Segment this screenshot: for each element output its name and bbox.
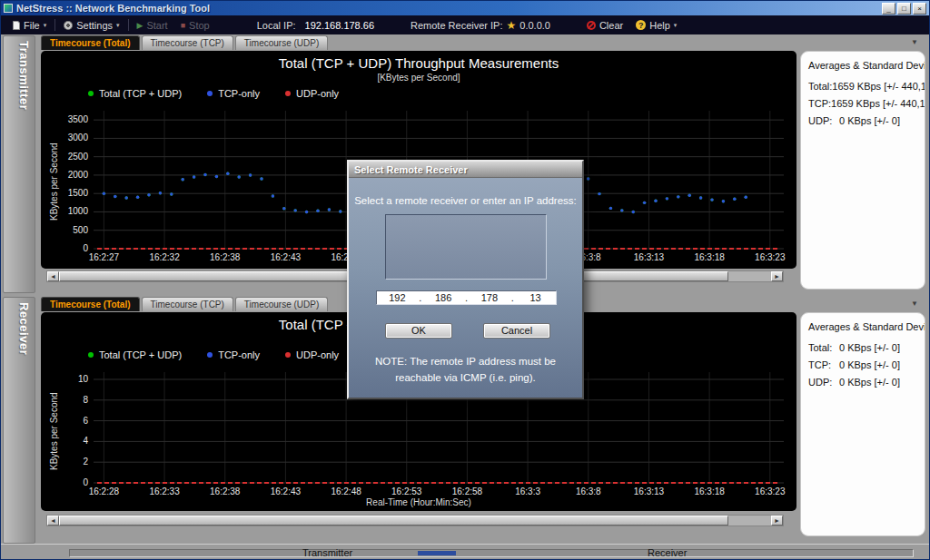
- scroll-thumb[interactable]: [59, 516, 728, 526]
- stat-tcp-label: TCP:: [808, 98, 831, 109]
- transmitter-tabrow: Timecourse (Total) Timecourse (TCP) Time…: [41, 35, 328, 50]
- legend-total-dot: [88, 91, 94, 96]
- chart-legend: Total (TCP + UDP) TCP-only UDP-only: [88, 88, 339, 99]
- statusbar-transmitter-label: Transmitter: [302, 547, 352, 558]
- stat-tcp-label: TCP:: [808, 359, 839, 370]
- legend-total-label: Total (TCP + UDP): [99, 349, 182, 360]
- toolbar: File ▾ Settings ▾ ▶ Start ■ Stop Local I…: [1, 15, 929, 34]
- chevron-down-icon: ▾: [44, 22, 47, 29]
- settings-menu[interactable]: Settings ▾: [57, 15, 125, 34]
- svg-text:0: 0: [83, 243, 88, 253]
- scroll-left-icon[interactable]: ◄: [47, 516, 59, 526]
- svg-text:8: 8: [83, 395, 88, 405]
- dialog-titlebar[interactable]: Select Remote Receiver: [349, 162, 582, 178]
- svg-text:10: 10: [78, 374, 89, 384]
- ip-octet-2[interactable]: 186: [423, 292, 464, 303]
- stat-tcp-value: 1659 KBps [+/- 440,11]: [831, 98, 925, 109]
- svg-text:4: 4: [83, 436, 88, 446]
- maximize-button[interactable]: □: [897, 3, 911, 15]
- help-icon: ?: [636, 20, 646, 30]
- play-icon: ▶: [137, 21, 143, 30]
- stat-tcp-value: 0 KBps [+/- 0]: [839, 359, 900, 370]
- stop-button[interactable]: ■ Stop: [174, 15, 216, 34]
- svg-text:16:2:43: 16:2:43: [271, 486, 302, 496]
- receiver-scrollbar[interactable]: ◄ ►: [46, 515, 784, 526]
- titlebar[interactable]: NetStress :: Network Benchmarking Tool _…: [1, 1, 929, 15]
- tab-timecourse-tcp[interactable]: Timecourse (TCP): [142, 297, 233, 311]
- ip-address-input[interactable]: 192 . 186 . 178 . 13: [376, 290, 557, 305]
- svg-text:16:3:8: 16:3:8: [576, 486, 601, 496]
- dialog-note: NOTE: The remote IP address must be reac…: [349, 353, 582, 386]
- tab-timecourse-udp[interactable]: Timecourse (UDP): [235, 35, 328, 50]
- receiver-tabrow: Timecourse (Total) Timecourse (TCP) Time…: [41, 297, 328, 311]
- legend-total-label: Total (TCP + UDP): [99, 88, 182, 99]
- svg-text:1000: 1000: [68, 206, 89, 216]
- collapse-chevron-icon[interactable]: ▼: [911, 300, 918, 307]
- clear-button[interactable]: Clear: [580, 15, 629, 34]
- scroll-right-icon[interactable]: ►: [771, 516, 783, 526]
- scroll-track[interactable]: [59, 516, 771, 526]
- start-button-label: Start: [146, 20, 167, 31]
- transmitter-stats-panel: Averages & Standard Deviation Total:1659…: [800, 51, 925, 290]
- legend-udp-label: UDP-only: [296, 349, 339, 360]
- start-button[interactable]: ▶ Start: [131, 15, 174, 34]
- star-icon: ★: [507, 19, 517, 32]
- select-remote-receiver-dialog: Select Remote Receiver Select a remote r…: [347, 160, 584, 399]
- svg-text:16:2:58: 16:2:58: [452, 486, 483, 496]
- scroll-left-icon[interactable]: ◄: [47, 271, 59, 281]
- scroll-right-icon[interactable]: ►: [771, 271, 783, 281]
- stat-udp-value: 0 KBps [+/- 0]: [839, 377, 900, 388]
- stop-icon: ■: [181, 21, 185, 30]
- local-ip-value: 192.168.178.66: [305, 20, 374, 31]
- legend-tcp-label: TCP-only: [218, 88, 260, 99]
- legend-udp-dot: [285, 352, 291, 358]
- svg-text:16:2:48: 16:2:48: [331, 486, 361, 496]
- close-button[interactable]: ×: [913, 3, 926, 15]
- ip-octet-1[interactable]: 192: [377, 292, 418, 303]
- receiver-side-label: Receiver: [17, 302, 31, 355]
- progress-track: [69, 549, 914, 557]
- tab-timecourse-total[interactable]: Timecourse (Total): [41, 297, 140, 311]
- toolbar-separator: [128, 19, 129, 31]
- tab-timecourse-total[interactable]: Timecourse (Total): [41, 35, 140, 50]
- ip-octet-3[interactable]: 178: [470, 292, 510, 303]
- remote-ip: Remote Receiver IP: ★ 0.0.0.0: [404, 15, 557, 34]
- minimize-button[interactable]: _: [882, 3, 895, 15]
- svg-text:16:3:13: 16:3:13: [634, 252, 665, 262]
- help-menu[interactable]: ? Help ▾: [629, 15, 683, 34]
- svg-text:6: 6: [83, 416, 88, 426]
- tab-timecourse-tcp[interactable]: Timecourse (TCP): [142, 35, 233, 50]
- svg-text:16:2:33: 16:2:33: [149, 486, 180, 496]
- remote-receiver-listbox[interactable]: [385, 214, 547, 280]
- svg-text:16:2:32: 16:2:32: [149, 252, 180, 262]
- cancel-button[interactable]: Cancel: [483, 323, 550, 339]
- legend-tcp-label: TCP-only: [218, 349, 260, 360]
- file-menu[interactable]: File ▾: [6, 15, 53, 34]
- clear-button-label: Clear: [599, 20, 623, 31]
- gear-icon: [64, 21, 73, 30]
- chevron-down-icon: ▾: [116, 22, 120, 29]
- progress-fill: [418, 551, 456, 555]
- status-bar: Transmitter Receiver: [1, 544, 929, 560]
- settings-menu-label: Settings: [76, 20, 113, 31]
- stats-title: Averages & Standard Deviation: [808, 60, 917, 71]
- statusbar-receiver-label: Receiver: [648, 547, 687, 558]
- collapse-chevron-icon[interactable]: ▼: [911, 39, 918, 45]
- stat-total-value: 0 KBps [+/- 0]: [839, 342, 900, 353]
- svg-text:16:2:43: 16:2:43: [271, 252, 302, 262]
- local-ip-label: Local IP:: [257, 20, 296, 31]
- ip-octet-4[interactable]: 13: [515, 292, 556, 303]
- stat-udp-value: 0 KBps [+/- 0]: [839, 115, 900, 126]
- svg-text:2: 2: [83, 457, 88, 467]
- chart-subtitle: [KBytes per Second]: [41, 73, 796, 83]
- file-icon: [13, 21, 20, 30]
- ok-button[interactable]: OK: [385, 323, 452, 339]
- stats-title: Averages & Standard Deviation: [808, 321, 917, 332]
- tab-timecourse-udp[interactable]: Timecourse (UDP): [235, 297, 328, 311]
- svg-text:16:3:23: 16:3:23: [755, 252, 786, 262]
- svg-text:0: 0: [83, 477, 88, 487]
- stat-udp-label: UDP:: [808, 377, 839, 388]
- stat-total-label: Total:: [808, 342, 839, 353]
- stat-total-label: Total:: [808, 81, 832, 92]
- svg-text:16:3:23: 16:3:23: [755, 486, 786, 496]
